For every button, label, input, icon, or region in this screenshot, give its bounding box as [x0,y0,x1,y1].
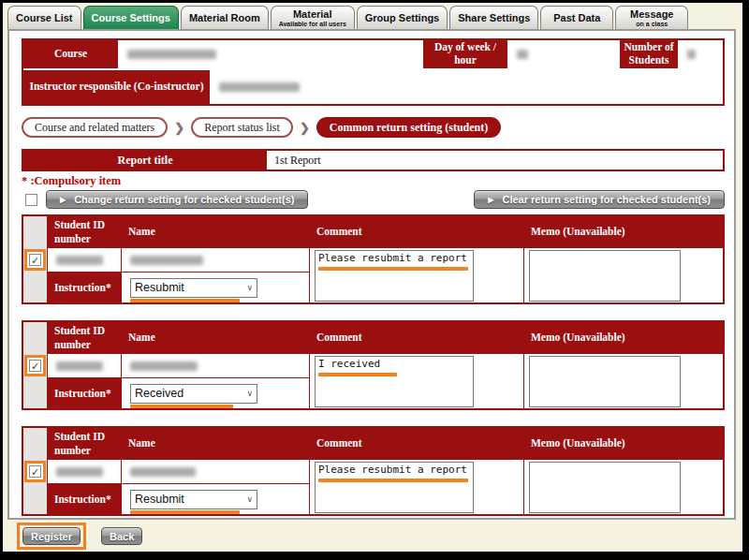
instruction-selected-value: Resubmit [135,493,184,506]
main-panel: Course Day of week / hour Number of Stud… [7,29,736,520]
instruction-select[interactable]: Received ∨ [130,384,257,404]
redacted-day-value [517,50,528,59]
memo-textarea[interactable] [529,356,681,407]
instruction-label: Instruction* [48,378,121,408]
register-button[interactable]: Register [22,527,81,545]
clear-return-setting-button[interactable]: ▶ Clear return setting for checked stude… [474,190,725,209]
column-header-comment: Comment [310,322,523,353]
column-header-memo: Memo (Unavailable) [524,428,723,459]
day-of-week-label: Day of week / hour [423,40,507,68]
redacted-course-value [127,50,216,59]
comment-textarea[interactable]: I received [315,356,474,407]
comment-textarea[interactable]: Please resubmit a report [315,250,474,302]
annotation-underline [318,267,468,271]
column-header-memo: Memo (Unavailable) [524,216,723,247]
student-name-cell [122,460,309,483]
student-id-cell [48,460,121,483]
redacted-instructor-value [219,82,300,92]
annotation-highlight-box [24,249,46,271]
course-value [120,40,421,68]
annotation-underline [318,373,397,376]
student-name-cell [122,248,309,272]
tab-message[interactable]: Messageon a class [615,6,688,29]
change-return-setting-button[interactable]: ▶ Change return setting for checked stud… [46,190,308,209]
compulsory-item-note: * :Compulsory item [22,174,725,188]
column-header-name: Name [122,428,309,459]
student-block-3: Student ID number Name Comment Memo (Una… [22,426,725,516]
instruction-select[interactable]: Resubmit ∨ [130,490,257,509]
report-title-value: 1st Report [267,151,723,169]
report-title-row: Report title 1st Report [22,149,725,171]
breadcrumb-separator-icon: ❯ [174,121,184,135]
annotation-underline [130,405,233,408]
course-info-row-1: Course Day of week / hour Number of Stud… [23,40,723,68]
tab-share-settings[interactable]: Share Settings [449,6,538,29]
column-header-memo: Memo (Unavailable) [524,322,723,353]
clear-return-setting-label: Clear return setting for checked student… [503,194,712,205]
tab-bar: Course List Course Settings Material Roo… [3,3,742,29]
check-icon [31,357,39,374]
comment-cell: Please resubmit a report [310,460,523,514]
bulk-action-row: ▶ Change return setting for checked stud… [22,189,725,210]
breadcrumb-course-and-related-matters[interactable]: Course and related matters [22,117,168,138]
student-checkbox[interactable] [29,254,41,266]
student-id-cell [48,248,121,272]
course-info-table: Course Day of week / hour Number of Stud… [22,38,725,106]
comment-cell: Please resubmit a report [310,248,523,302]
footer-actions: Register Back [17,523,742,550]
instruction-select[interactable]: Resubmit ∨ [130,278,257,298]
instruction-label: Instruction* [48,484,121,514]
instruction-cell: Resubmit ∨ [122,484,309,514]
student-block-2: Student ID number Name Comment Memo (Una… [22,320,725,410]
instruction-selected-value: Received [135,387,184,400]
redacted-students-value [687,50,696,59]
checkbox-cell [23,322,47,408]
instruction-cell: Received ∨ [122,378,309,408]
student-block-1: Student ID number Name Comment Memo (Una… [22,214,725,304]
memo-cell [524,354,723,408]
chevron-down-icon: ∨ [246,389,253,398]
check-icon [31,251,39,268]
column-header-name: Name [122,216,309,247]
tab-material-all-users[interactable]: MaterialAvailable for all users [271,6,355,29]
memo-textarea[interactable] [529,250,681,302]
day-of-week-value [509,40,618,68]
play-arrow-icon: ▶ [60,196,66,204]
check-icon [31,463,39,479]
comment-cell: I received [310,354,523,408]
back-button[interactable]: Back [101,527,142,545]
tab-past-data[interactable]: Past Data [540,6,613,29]
annotation-underline [130,510,240,514]
memo-textarea[interactable] [529,462,681,513]
memo-cell [524,248,723,302]
student-checkbox[interactable] [29,465,41,478]
student-checkbox[interactable] [29,360,41,372]
annotation-highlight-box: Register [17,523,86,550]
column-header-name: Name [122,322,309,353]
student-name-cell [122,354,309,377]
select-all-checkbox[interactable] [25,194,37,206]
tab-course-settings[interactable]: Course Settings [83,6,179,29]
breadcrumb-report-status-list[interactable]: Report status list [191,117,293,138]
checkbox-cell [23,216,47,302]
redacted-student-name [130,256,203,265]
play-arrow-icon: ▶ [488,196,493,204]
column-header-student-id: Student ID number [48,428,121,459]
checkbox-cell [23,428,47,514]
page: Course List Course Settings Material Roo… [3,3,742,552]
redacted-student-name [130,361,198,371]
tab-group-settings[interactable]: Group Settings [357,6,448,29]
change-return-setting-label: Change return setting for checked studen… [74,194,294,205]
student-id-cell [48,354,121,377]
tab-material-room[interactable]: Material Room [181,6,269,29]
redacted-student-id [56,256,103,265]
number-of-students-label: Number of Students [620,40,678,68]
tab-course-list[interactable]: Course List [7,6,81,29]
report-title-label: Report title [23,151,267,169]
annotation-highlight-box [24,355,46,376]
redacted-student-id [56,361,103,371]
chevron-down-icon: ∨ [246,283,253,292]
annotation-highlight-box [24,461,46,482]
comment-textarea[interactable]: Please resubmit a report [315,462,474,513]
column-header-comment: Comment [310,216,523,247]
